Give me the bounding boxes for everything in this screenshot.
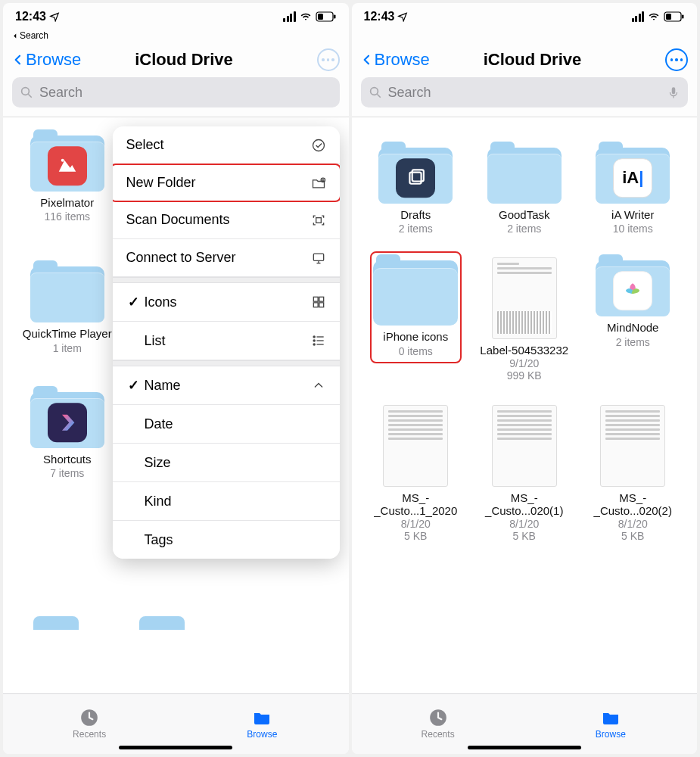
svg-rect-17: [319, 297, 323, 301]
svg-rect-12: [316, 217, 321, 223]
svg-rect-32: [672, 87, 676, 94]
back-to-search[interactable]: Search: [3, 30, 349, 44]
svg-point-3: [22, 88, 30, 95]
battery-icon: [664, 11, 685, 22]
ellipsis-icon: [322, 58, 334, 61]
svg-rect-13: [313, 254, 323, 260]
signal-icon: [283, 11, 296, 22]
search-icon: [369, 86, 382, 99]
search-placeholder: Search: [39, 85, 82, 101]
search-input[interactable]: Search: [12, 77, 340, 107]
mic-icon[interactable]: [667, 86, 680, 99]
menu-select[interactable]: Select: [113, 126, 340, 164]
chevron-left-icon: [12, 51, 24, 68]
status-bar: 12:43: [352, 3, 698, 30]
shortcuts-app-icon: [48, 403, 87, 442]
svg-point-5: [61, 159, 64, 162]
file-ms3[interactable]: MS_-_Custo...020(2) 8/1/20 5 KB: [581, 405, 686, 543]
mindnode-app-icon: [613, 271, 652, 310]
peek-row: [3, 616, 349, 630]
check-icon: ✓: [126, 377, 142, 394]
clock-icon: [79, 708, 99, 727]
svg-point-20: [313, 336, 315, 338]
svg-rect-18: [313, 303, 318, 307]
menu-view-icons[interactable]: ✓Icons: [113, 283, 340, 322]
server-icon: [311, 251, 326, 266]
drafts-app-icon: [396, 158, 435, 198]
nav-title: iCloud Drive: [51, 50, 316, 70]
home-indicator[interactable]: [119, 746, 232, 749]
folder-iphone-icons[interactable]: iPhone icons 0 items: [364, 257, 468, 382]
menu-sort-tags[interactable]: ✓Tags: [113, 521, 340, 559]
menu-scan[interactable]: Scan Documents: [113, 201, 340, 239]
phone-left: 12:43 Search Browse iCloud Drive: [3, 3, 349, 754]
folder-goodtask[interactable]: GoodTask 2 items: [472, 145, 577, 235]
status-time: 12:43: [364, 10, 395, 23]
file-label[interactable]: Label-504533232 9/1/20 999 KB: [472, 257, 577, 382]
content-area: Pixelmator 116 items QuickTime Player 1 …: [3, 117, 349, 693]
folder-pixelmator[interactable]: Pixelmator 116 items: [15, 132, 120, 223]
phone-right: 12:43 Browse iCloud Drive Search: [352, 3, 698, 754]
options-menu: Select New Folder Scan Documents Connect…: [113, 126, 340, 559]
location-icon: [397, 11, 408, 22]
document-icon: [492, 257, 557, 339]
svg-rect-28: [666, 14, 671, 20]
svg-rect-1: [318, 14, 323, 20]
menu-sort-size[interactable]: ✓Size: [113, 444, 340, 482]
svg-rect-29: [682, 15, 684, 19]
document-icon: [600, 405, 665, 487]
svg-rect-16: [313, 297, 318, 301]
tab-bar: Recents Browse: [352, 693, 698, 754]
svg-point-30: [370, 88, 378, 95]
location-icon: [49, 11, 60, 22]
menu-connect-server[interactable]: Connect to Server: [113, 239, 340, 277]
menu-sort-date[interactable]: ✓Date: [113, 405, 340, 444]
content-area: Drafts 2 items GoodTask 2 items iA| iA W…: [352, 117, 698, 693]
iawriter-app-icon: iA|: [613, 158, 652, 198]
menu-sort-kind[interactable]: ✓Kind: [113, 482, 340, 521]
status-bar: 12:43: [3, 3, 349, 30]
folder-shortcuts[interactable]: Shortcuts 7 items: [15, 389, 120, 479]
folder-mindnode[interactable]: MindNode 2 items: [581, 257, 686, 382]
search-icon: [20, 86, 33, 99]
check-icon: ✓: [126, 294, 142, 310]
file-ms1[interactable]: MS_-_Custo...1_2020 8/1/20 5 KB: [364, 405, 468, 543]
tab-bar: Recents Browse: [3, 693, 349, 754]
svg-rect-2: [334, 15, 336, 19]
battery-icon: [316, 11, 337, 22]
folder-iawriter[interactable]: iA| iA Writer 10 items: [581, 145, 686, 235]
signal-icon: [632, 11, 645, 22]
menu-sort-name[interactable]: ✓Name: [113, 366, 340, 405]
folder-icon: [250, 709, 273, 727]
nav-header: Browse iCloud Drive: [3, 44, 349, 77]
menu-new-folder[interactable]: New Folder: [113, 164, 340, 201]
home-indicator[interactable]: [468, 746, 581, 749]
wifi-icon: [299, 11, 313, 22]
list-icon: [311, 333, 326, 348]
search-placeholder: Search: [388, 85, 661, 101]
chevron-up-icon: [311, 378, 326, 393]
scan-icon: [311, 213, 326, 228]
select-icon: [311, 138, 326, 153]
document-icon: [383, 405, 448, 487]
search-input[interactable]: Search: [361, 77, 689, 107]
nav-header: Browse iCloud Drive: [352, 44, 698, 77]
clock-icon: [428, 708, 448, 727]
menu-view-list[interactable]: ✓List: [113, 322, 340, 360]
svg-line-31: [377, 94, 381, 98]
svg-point-22: [313, 344, 315, 345]
folder-drafts[interactable]: Drafts 2 items: [364, 145, 468, 235]
nav-title: iCloud Drive: [400, 50, 665, 70]
more-button[interactable]: [317, 48, 340, 71]
document-icon: [492, 405, 557, 487]
pixelmator-app-icon: [48, 146, 87, 185]
folder-icon: [599, 709, 622, 727]
more-button[interactable]: [665, 48, 688, 71]
chevron-left-icon: [361, 51, 373, 68]
svg-line-4: [28, 94, 32, 98]
file-ms2[interactable]: MS_-_Custo...020(1) 8/1/20 5 KB: [472, 405, 577, 543]
folder-quicktime[interactable]: QuickTime Player 1 item: [15, 263, 120, 354]
svg-point-8: [313, 139, 324, 151]
new-folder-icon: [311, 176, 326, 191]
svg-point-21: [313, 340, 315, 341]
